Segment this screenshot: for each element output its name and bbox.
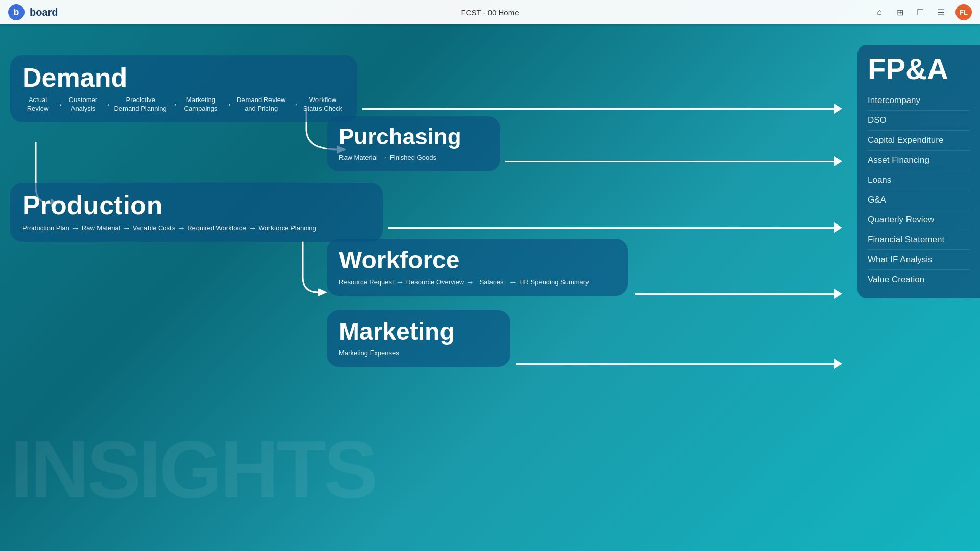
topbar-icons: ⌂ ⊞ ☐ ☰ FL — [874, 4, 972, 20]
fpa-item-dso[interactable]: DSO — [868, 111, 970, 131]
demand-flow: Actual Review → Customer Analysis → Pred… — [22, 96, 345, 113]
purchasing-arrow-0: → — [380, 153, 388, 162]
chat-icon[interactable]: ☐ — [915, 7, 926, 18]
fpa-title: FP&A — [868, 54, 970, 84]
fpa-item-loans[interactable]: Loans — [868, 170, 970, 190]
purchasing-flow-0[interactable]: Raw Material — [339, 154, 378, 162]
workforce-to-fpa-arrow — [635, 289, 842, 299]
logo-icon: b — [8, 4, 24, 20]
demand-arrow-4: → — [290, 100, 299, 109]
workforce-flow-3[interactable]: HR Spending Summary — [519, 278, 589, 287]
marketing-to-fpa-arrow — [516, 359, 842, 369]
watermark: INSIGHTS — [10, 429, 376, 510]
production-flow-2[interactable]: Variable Costs — [133, 224, 176, 233]
fpa-item-ga[interactable]: G&A — [868, 190, 970, 210]
demand-flow-3[interactable]: Marketing Campaings — [180, 96, 222, 113]
demand-flow-2[interactable]: Predictive Demand Planning — [113, 96, 167, 113]
fpa-item-intercompany[interactable]: Intercompany — [868, 91, 970, 111]
workforce-arrow-2: → — [509, 278, 517, 287]
production-flow-1[interactable]: Raw Material — [82, 224, 120, 233]
fpa-item-capex[interactable]: Capital Expenditure — [868, 131, 970, 151]
marketing-title: Marketing — [339, 319, 498, 344]
marketing-flow: Marketing Expenses — [339, 349, 498, 358]
production-arrow-0: → — [71, 223, 80, 233]
purchasing-flow-1[interactable]: Finished Goods — [390, 154, 436, 162]
production-to-fpa-arrow — [388, 222, 842, 233]
workforce-section: Workforce Resource Request → Resource Ov… — [327, 239, 628, 296]
fpa-item-value[interactable]: Value Creation — [868, 270, 970, 289]
demand-flow-4[interactable]: Demand Review and Pricing — [234, 96, 288, 113]
production-flow-0[interactable]: Production Plan — [22, 224, 69, 233]
demand-flow-5[interactable]: Workflow Status Check — [301, 96, 345, 113]
production-section: Production Production Plan → Raw Materia… — [10, 183, 383, 242]
demand-arrow-2: → — [169, 100, 178, 109]
brand-name: board — [30, 7, 58, 18]
production-flow-4[interactable]: Workforce Planning — [259, 224, 316, 233]
production-arrow-3: → — [249, 223, 257, 233]
marketing-section: Marketing Marketing Expenses — [327, 310, 510, 367]
topbar: b board FCST - 00 Home ⌂ ⊞ ☐ ☰ FL — [0, 0, 980, 24]
demand-title: Demand — [22, 64, 345, 91]
purchasing-title: Purchasing — [339, 126, 488, 148]
workforce-arrow-0: → — [396, 278, 404, 287]
fpa-item-financial[interactable]: Financial Statement — [868, 230, 970, 250]
demand-to-fpa-arrow — [362, 104, 842, 114]
purchasing-section: Purchasing Raw Material → Finished Goods — [327, 116, 500, 171]
home-icon[interactable]: ⌂ — [874, 7, 885, 18]
production-arrow-2: → — [177, 223, 185, 233]
main-content: INSIGHTS FP&A Intercompany DSO Capital E… — [0, 24, 980, 551]
production-arrow-1: → — [122, 223, 131, 233]
demand-flow-0[interactable]: Actual Review — [22, 96, 53, 113]
demand-arrow-0: → — [55, 100, 63, 109]
production-flow: Production Plan → Raw Material → Variabl… — [22, 223, 371, 233]
marketing-flow-0[interactable]: Marketing Expenses — [339, 349, 399, 358]
demand-arrow-3: → — [224, 100, 232, 109]
user-avatar[interactable]: FL — [955, 4, 972, 20]
demand-arrow-1: → — [103, 100, 111, 109]
fpa-item-asset[interactable]: Asset Financing — [868, 151, 970, 170]
workforce-flow-0[interactable]: Resource Request — [339, 278, 394, 287]
production-title: Production — [22, 192, 371, 218]
workforce-title: Workforce — [339, 248, 616, 272]
fpa-item-quarterly[interactable]: Quarterly Review — [868, 210, 970, 230]
menu-icon[interactable]: ☰ — [935, 7, 946, 18]
workforce-flow-1[interactable]: Resource Overview — [406, 278, 464, 287]
demand-section: Demand Actual Review → Customer Analysis… — [10, 55, 357, 122]
purchasing-to-fpa-arrow — [505, 156, 842, 166]
svg-marker-3 — [318, 288, 327, 296]
fpa-panel: FP&A Intercompany DSO Capital Expenditur… — [857, 45, 980, 298]
purchasing-flow: Raw Material → Finished Goods — [339, 153, 488, 162]
page-title: FCST - 00 Home — [461, 8, 519, 17]
logo-letter: b — [14, 7, 19, 18]
fpa-item-whatif[interactable]: What IF Analysis — [868, 250, 970, 270]
workforce-arrow-1: → — [466, 278, 474, 287]
screen-icon[interactable]: ⊞ — [894, 7, 905, 18]
workforce-flow-2[interactable]: Salaries — [476, 278, 507, 287]
demand-flow-1[interactable]: Customer Analysis — [65, 96, 101, 113]
production-flow-3[interactable]: Required Workforce — [187, 224, 246, 233]
workforce-flow: Resource Request → Resource Overview → S… — [339, 278, 616, 287]
